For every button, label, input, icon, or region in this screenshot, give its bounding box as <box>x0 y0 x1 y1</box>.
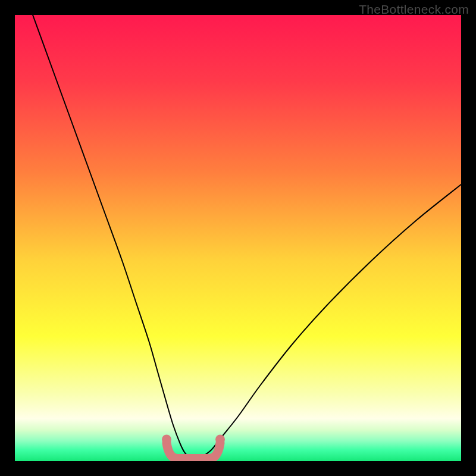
flat-region-dot-left <box>162 435 171 444</box>
watermark-text: TheBottleneck.com <box>359 2 469 17</box>
plot-area <box>15 15 461 461</box>
chart-frame: TheBottleneck.com <box>0 0 476 476</box>
flat-region-dot-right <box>215 435 225 444</box>
plot-svg <box>15 15 461 461</box>
gradient-background <box>15 15 461 461</box>
